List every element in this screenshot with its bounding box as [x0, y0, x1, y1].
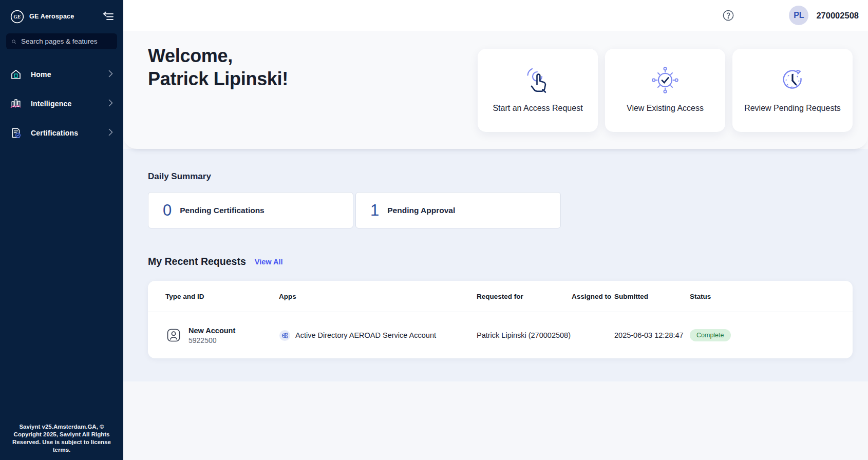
sidebar-item-label: Home	[31, 70, 100, 79]
action-card-label: View Existing Access	[627, 104, 704, 113]
click-hand-icon	[521, 65, 555, 95]
submitted-cell: 2025-06-03 12:28:47	[614, 331, 690, 339]
pending-approval-card[interactable]: 1 Pending Approval	[355, 192, 561, 228]
collapse-sidebar-icon[interactable]	[102, 10, 115, 23]
sidebar-item-home[interactable]: Home	[0, 64, 123, 85]
sidebar-search[interactable]	[6, 33, 117, 49]
table-row[interactable]: New Account 5922500	[148, 312, 853, 358]
requested-for-cell: Patrick Lipinski (270002508)	[477, 331, 572, 339]
request-type: New Account	[188, 327, 235, 335]
search-icon	[11, 37, 16, 46]
app-name: Active Directory AEROAD Service Account	[295, 331, 436, 339]
topbar: PL 270002508	[123, 0, 868, 31]
status-cell: Complete	[690, 329, 853, 341]
sidebar-item-label: Certifications	[31, 129, 100, 137]
ge-monogram-icon: GE	[10, 10, 24, 24]
column-header-apps: Apps	[279, 293, 477, 300]
clock-history-icon	[776, 65, 809, 95]
avatar-initials: PL	[794, 11, 804, 20]
request-id: 5922500	[188, 336, 235, 344]
avatar[interactable]: PL	[789, 6, 808, 25]
column-header-type-and-id: Type and ID	[165, 293, 279, 300]
status-badge: Complete	[690, 329, 731, 341]
daily-summary-cards: 0 Pending Certifications 1 Pending Appro…	[148, 192, 868, 228]
chevron-right-icon	[108, 99, 113, 108]
pending-approval-label: Pending Approval	[387, 206, 455, 215]
column-header-requested-for: Requested for	[477, 293, 572, 300]
account-person-icon	[165, 327, 182, 343]
table-header-row: Type and ID Apps Requested for Assigned …	[148, 281, 853, 312]
recent-requests-title: My Recent Requests	[148, 256, 246, 267]
sidebar: GE GE Aerospace	[0, 0, 123, 460]
review-pending-requests-card[interactable]: Review Pending Requests	[732, 49, 853, 132]
action-card-label: Start an Access Request	[493, 104, 582, 113]
help-question-icon[interactable]	[722, 9, 734, 22]
welcome-panel: Welcome, Patrick Lipinski! Start an Acce…	[123, 31, 868, 149]
windows-app-icon	[279, 330, 291, 341]
sidebar-item-label: Intelligence	[31, 100, 100, 108]
chevron-right-icon	[108, 128, 113, 138]
svg-text:GE: GE	[14, 14, 21, 20]
pending-approval-count: 1	[370, 201, 379, 220]
column-header-status: Status	[690, 293, 853, 300]
sidebar-item-intelligence[interactable]: Intelligence	[0, 93, 123, 114]
view-existing-access-card[interactable]: View Existing Access	[605, 49, 725, 132]
certificate-document-icon	[9, 126, 23, 140]
action-card-label: Review Pending Requests	[744, 104, 841, 113]
page-title: Welcome, Patrick Lipinski!	[148, 44, 288, 90]
sidebar-nav: Home Intelligence	[0, 64, 123, 143]
home-icon	[9, 68, 23, 81]
app-root: GE GE Aerospace	[0, 0, 868, 460]
content-band: Daily Summary 0 Pending Certifications 1…	[123, 149, 868, 381]
apps-cell: Active Directory AEROAD Service Account	[279, 330, 477, 341]
view-all-link[interactable]: View All	[255, 258, 283, 266]
pending-certifications-card[interactable]: 0 Pending Certifications	[148, 192, 353, 228]
user-id: 270002508	[816, 11, 859, 21]
column-header-assigned-to: Assigned to	[572, 293, 614, 300]
type-and-id-cell: New Account 5922500	[165, 327, 279, 344]
recent-requests-table: Type and ID Apps Requested for Assigned …	[148, 281, 853, 358]
welcome-line-1: Welcome,	[148, 45, 233, 66]
pending-certifications-count: 0	[163, 201, 172, 220]
search-input[interactable]	[21, 37, 112, 45]
daily-summary-title: Daily Summary	[148, 171, 868, 182]
recent-requests-header: My Recent Requests View All	[148, 256, 868, 267]
sidebar-footer: Saviynt v25.Amsterdam.GA, © Copyright 20…	[6, 423, 117, 454]
check-network-icon	[648, 65, 682, 95]
column-header-submitted: Submitted	[614, 293, 690, 300]
bar-chart-icon	[9, 97, 23, 110]
sidebar-item-certifications[interactable]: Certifications	[0, 123, 123, 143]
action-cards: Start an Access Request	[478, 49, 853, 132]
chevron-right-icon	[108, 70, 113, 79]
brand-name: GE Aerospace	[29, 13, 102, 20]
start-access-request-card[interactable]: Start an Access Request	[478, 49, 598, 132]
welcome-line-2: Patrick Lipinski!	[148, 68, 288, 89]
main: PL 270002508 Welcome, Patrick Lipinski!	[123, 0, 868, 460]
pending-certifications-label: Pending Certifications	[180, 206, 265, 215]
brand-row: GE GE Aerospace	[0, 8, 123, 25]
